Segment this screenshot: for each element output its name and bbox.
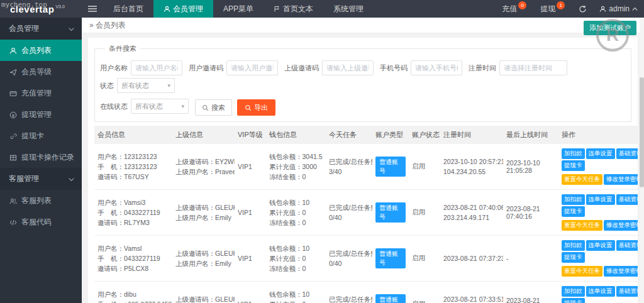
search-icon: [245, 104, 252, 112]
reg-time-filter-input[interactable]: [499, 60, 567, 75]
adjust-balance-button[interactable]: 加扣款: [562, 148, 585, 159]
caret-down-icon: ▾: [167, 82, 170, 89]
site-watermark: mycheng.top: [1, 1, 47, 9]
sidebar-item-withdraw-card[interactable]: 提现卡: [0, 125, 82, 146]
withdraw-shortcut[interactable]: 提现 1: [534, 4, 572, 14]
sidebar-item-withdraw-card-log[interactable]: 提现卡操作记录: [0, 146, 82, 168]
username-label: admin: [609, 4, 630, 13]
nav-item-members[interactable]: 会员管理: [153, 0, 213, 18]
task-progress: 3/40: [329, 167, 369, 177]
status-filter-select[interactable]: 所有状态▾: [117, 78, 175, 93]
nav-item-system[interactable]: 系统管理: [323, 0, 374, 18]
adjust-balance-button[interactable]: 加扣款: [562, 286, 585, 297]
today-task-cell: 已完成/总任务量 3/40: [326, 144, 372, 190]
basic-profile-button[interactable]: 基础资料: [616, 194, 638, 205]
parent-invite-code: GLEUKZ: [215, 204, 235, 211]
nav-item-dashboard[interactable]: 后台首页: [103, 0, 153, 18]
actions-cell: 加扣款连单设置基础资料 提现卡 重置今天任务修改登录密码: [558, 190, 638, 236]
basic-profile-button[interactable]: 基础资料: [616, 240, 638, 251]
parent-info-cell: 上级邀请码：EY2WR5 上级用户名：Praveen: [172, 144, 235, 190]
nav-item-home-text[interactable]: 首页文本: [264, 0, 323, 18]
col-last-online: 最后上线时间: [503, 126, 558, 144]
vip-level-cell: VIP1: [235, 236, 266, 282]
vip-level-cell: VIP1: [235, 282, 266, 303]
chain-order-button[interactable]: 连单设置: [586, 148, 615, 159]
withdraw-card-button[interactable]: 提现卡: [562, 206, 585, 217]
caret-down-icon: ▾: [181, 103, 184, 109]
account-status-cell: 启用: [409, 236, 440, 282]
sidebar-item-withdraw-mgmt[interactable]: 提现管理: [0, 104, 82, 125]
reg-time: 2023-08-21 07:33:51: [443, 294, 500, 303]
export-button[interactable]: 导出: [237, 99, 275, 116]
navbar-right: 充值 0 提现 1 admin: [496, 0, 644, 18]
parent-invite-filter-input[interactable]: [322, 60, 374, 75]
member-info-cell: 用户名：123123123 手 机：123123123 邀请码：T67USY: [94, 144, 172, 190]
filter-legend: 条件搜索: [105, 44, 140, 53]
chain-order-button[interactable]: 连单设置: [586, 240, 615, 251]
change-password-button[interactable]: 修改登录密码: [604, 174, 638, 185]
last-online-cell: 2023-10-10 21:05:28: [503, 144, 558, 190]
adjust-balance-button[interactable]: 加扣款: [562, 194, 585, 205]
sidebar-group-members[interactable]: 会员管理: [0, 18, 82, 40]
invite-code-filter-input[interactable]: [226, 60, 278, 75]
member-username: 123123123: [124, 153, 157, 160]
wallet-balance: 3041.5: [303, 153, 323, 160]
wallet-balance: 10: [303, 290, 310, 298]
member-table-body: 用户名：123123123 手 机：123123123 邀请码：T67USY 上…: [94, 144, 638, 303]
table-row: 用户名：dibu 手 机：+965 6777 9453 邀请码：NC2HEG 上…: [94, 282, 638, 303]
sidebar-item-member-list[interactable]: 会员列表: [0, 40, 82, 61]
last-online-cell: 2023-08-21 07:34:13: [503, 282, 558, 303]
adjust-balance-button[interactable]: 加扣款: [562, 240, 585, 251]
sidebar-item-member-level[interactable]: 会员等级: [0, 61, 82, 82]
sidebar-item-recharge-mgmt[interactable]: 充值管理: [0, 82, 82, 104]
col-reg-time: 注册时间: [440, 126, 503, 144]
add-test-account-button[interactable]: 添加测试账户: [584, 21, 636, 35]
total-recharge: 3000: [303, 163, 317, 170]
sidebar-group-support[interactable]: 客服管理: [0, 168, 82, 190]
hamburger-icon[interactable]: [82, 0, 103, 18]
col-parent-info: 上级信息: [172, 126, 235, 144]
change-password-button[interactable]: 修改登录密码: [604, 220, 638, 231]
reset-task-button[interactable]: 重置今天任务: [562, 266, 602, 277]
account-status-cell: 启用: [409, 144, 440, 190]
member-invite-code: T67USY: [124, 173, 149, 180]
sidebar-item-support-code[interactable]: 客服代码: [0, 211, 82, 233]
withdraw-card-button[interactable]: 提现卡: [562, 252, 585, 263]
parent-invite-code: GLEUKZ: [215, 250, 235, 257]
nav-item-app-menu[interactable]: APP菜单: [213, 0, 264, 18]
withdraw-card-button[interactable]: 提现卡: [562, 160, 585, 171]
account-type-cell: 普通账号: [372, 144, 409, 190]
frozen-amount: 0: [303, 173, 306, 180]
phone-filter-input[interactable]: [411, 60, 462, 75]
vip-level-cell: VIP1: [235, 144, 266, 190]
basic-profile-button[interactable]: 基础资料: [616, 148, 638, 159]
basic-profile-button[interactable]: 基础资料: [616, 286, 638, 297]
sidebar-item-support-list[interactable]: 客服列表: [0, 190, 82, 211]
chain-order-button[interactable]: 连单设置: [586, 286, 615, 297]
recharge-shortcut[interactable]: 充值 0: [496, 4, 534, 14]
member-phone: 123123123: [124, 163, 157, 170]
online-status-filter-select[interactable]: 所有状态▾: [131, 99, 189, 114]
chevron-down-icon: [69, 175, 74, 184]
member-info-cell: 用户名：Vamsi3 手 机：0433227119 邀请码：RL7YM3: [94, 190, 172, 236]
actions-cell: 加扣款连单设置基础资料 提现卡 重置今天任务修改登录密码: [558, 144, 638, 190]
member-username: dibu: [124, 290, 136, 298]
member-info-cell: 用户名：Vamsl 手 机：0433227119 邀请码：P5LCX8: [94, 236, 172, 282]
change-password-button[interactable]: 修改登录密码: [604, 266, 638, 277]
refresh-icon[interactable]: [572, 5, 593, 13]
breadcrumb: » 会员列表: [82, 18, 644, 33]
user-menu[interactable]: admin: [593, 4, 644, 13]
wallet-info-cell: 钱包余额：10 累计充值：0 冻结金额：0: [266, 282, 326, 303]
chain-order-button[interactable]: 连单设置: [586, 194, 615, 205]
reset-task-button[interactable]: 重置今天任务: [562, 174, 602, 185]
col-account-type: 账户类型: [372, 126, 409, 144]
wallet-balance: 10: [303, 199, 310, 206]
scrollbar-thumb[interactable]: [640, 77, 644, 187]
search-button[interactable]: 搜索: [195, 99, 232, 116]
today-task-cell: 已完成/总任务量 0/40: [326, 236, 372, 282]
username-filter-input[interactable]: [131, 60, 182, 75]
vip-level-cell: VIP1: [235, 190, 266, 236]
withdraw-card-button[interactable]: 提现卡: [562, 298, 585, 303]
reg-time: 2023-08-21 07:40:06: [443, 202, 500, 212]
reset-task-button[interactable]: 重置今天任务: [562, 220, 602, 231]
